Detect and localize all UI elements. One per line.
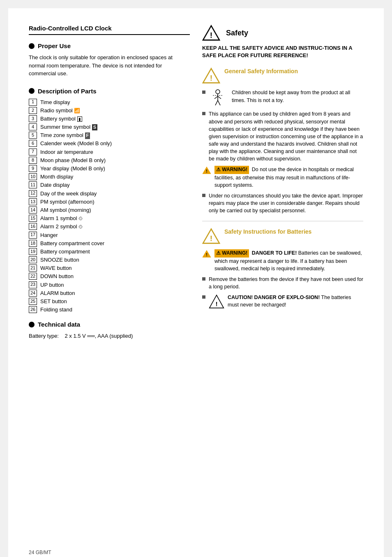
part-number: 14	[29, 207, 37, 214]
bullet-icon-2	[29, 88, 35, 94]
list-item: 15Alarm 1 symbol ⏲	[29, 215, 190, 222]
general-safety-item-text: Under no circumstances should you take t…	[209, 192, 363, 214]
part-label: AM symbol (morning)	[40, 207, 91, 214]
general-safety-title: General Safety Information	[224, 67, 298, 75]
part-number: 7	[29, 149, 37, 155]
list-item: This appliance can be used by children a…	[202, 110, 363, 162]
list-item: 9Year display (Model B only)	[29, 165, 190, 172]
list-item: 16Alarm 2 symbol ⏲	[29, 223, 190, 230]
svg-text:!: !	[210, 31, 212, 39]
part-number: 3	[29, 115, 37, 122]
part-number: 5	[29, 132, 37, 139]
bullet-square	[202, 277, 205, 281]
list-item: 20SNOOZE button	[29, 256, 190, 264]
battery-warning-text: ⚠ WARNING! DANGER TO LIFE! Batteries can…	[214, 249, 363, 272]
section-divider	[202, 221, 363, 221]
general-safety-warning-text: ⚠ WARNING! Do not use the device in hosp…	[214, 166, 363, 189]
part-number: 10	[29, 173, 37, 180]
part-label: SET button	[40, 298, 67, 305]
battery-safety-title: Safety Instructions for Batteries	[224, 228, 311, 235]
part-label: Calender week (Model B only)	[40, 140, 112, 147]
svg-line-9	[218, 100, 220, 105]
part-number: 17	[29, 232, 37, 239]
child-icon	[209, 89, 227, 107]
part-label: PM symbol (afternoon)	[40, 198, 95, 206]
caution-triangle-icon: !	[209, 294, 224, 309]
part-number: 19	[29, 248, 37, 255]
list-item: Children should be kept away from the pr…	[202, 89, 363, 107]
part-label: Radio symbol 📶	[40, 107, 80, 114]
svg-point-4	[216, 90, 220, 94]
list-item: 8Moon phase (Model B only)	[29, 157, 190, 164]
list-item: Remove the batteries from the device if …	[202, 276, 363, 290]
list-item: 25SET button	[29, 298, 190, 305]
battery-safety-list: ! ⚠ WARNING! DANGER TO LIFE! Batteries c…	[202, 249, 363, 309]
list-item: 6Calender week (Model B only)	[29, 140, 190, 147]
list-item: ! CAUTION! DANGER OF EXPLO-SION! The bat…	[202, 294, 363, 309]
list-item: 24ALARM button	[29, 290, 190, 297]
svg-text:!: !	[215, 300, 217, 307]
battery-safety-triangle-icon: !	[202, 228, 220, 244]
part-number: 8	[29, 157, 37, 164]
tech-data: Battery type: 2 x 1.5 V ══, AAA (supplie…	[29, 332, 190, 341]
safety-header: ! Safety	[202, 25, 363, 41]
right-column: ! Safety KEEP ALL THE SAFETY ADVICE AND …	[202, 25, 363, 549]
part-number: 23	[29, 281, 37, 288]
part-label: Time display	[40, 99, 70, 106]
list-item: 7Indoor air temperature	[29, 149, 190, 156]
keep-safe-text: KEEP ALL THE SAFETY ADVICE AND INSTRUC-T…	[202, 44, 363, 59]
bullet-icon-3	[29, 322, 35, 327]
list-item: 12Day of the week display	[29, 190, 190, 197]
part-label: WAVE button	[40, 265, 72, 272]
list-item: 4Summer time symbol S	[29, 123, 190, 131]
caution-text: CAUTION! DANGER OF EXPLO-SION! The batte…	[228, 294, 363, 309]
list-item: Under no circumstances should you take t…	[202, 192, 363, 214]
svg-line-7	[218, 96, 221, 99]
list-item: 26Folding stand	[29, 306, 190, 313]
part-number: 15	[29, 215, 37, 222]
part-number: 22	[29, 273, 37, 280]
part-number: 21	[29, 265, 37, 272]
list-item: 22DOWN button	[29, 273, 190, 280]
part-label: Alarm 1 symbol ⏲	[40, 215, 83, 222]
list-item: ! ⚠ WARNING! Do not use the device in ho…	[202, 166, 363, 189]
list-item: 18Battery compartment cover	[29, 240, 190, 247]
part-number: 20	[29, 256, 37, 263]
part-label: Indoor air temperature	[40, 149, 93, 156]
part-label: Summer time symbol S	[40, 123, 97, 131]
part-label: SNOOZE button	[40, 256, 79, 264]
svg-text:!: !	[206, 252, 208, 257]
page-title: Radio-Controlled LCD Clock	[29, 25, 190, 35]
list-item: 14AM symbol (morning)	[29, 207, 190, 214]
part-label: Date display	[40, 181, 70, 189]
list-item: 21WAVE button	[29, 265, 190, 272]
left-column: Radio-Controlled LCD Clock Proper Use Th…	[29, 25, 190, 549]
general-safety-item-text: Children should be kept away from the pr…	[232, 89, 363, 104]
general-safety-triangle-icon: !	[202, 67, 220, 84]
battery-item-text: Remove the batteries from the device if …	[209, 276, 363, 290]
svg-text:!: !	[206, 169, 208, 174]
bullet-square	[202, 112, 205, 115]
technical-section-title: Technical data	[29, 321, 190, 328]
list-item: 3Battery symbol ▮	[29, 115, 190, 123]
svg-text:!: !	[210, 234, 212, 243]
part-number: 1	[29, 99, 37, 106]
part-label: Hanger	[40, 232, 58, 239]
general-safety-subsection: ! General Safety Information	[202, 67, 363, 84]
part-number: 11	[29, 181, 37, 188]
warning-badge: ⚠ WARNING!	[214, 166, 249, 174]
warning-triangle-sm-icon: !	[202, 250, 211, 258]
list-item: ! ⚠ WARNING! DANGER TO LIFE! Batteries c…	[202, 249, 363, 272]
general-safety-item-text: This appliance can be used by children a…	[209, 110, 363, 162]
part-label: Folding stand	[40, 306, 72, 313]
bullet-icon	[29, 43, 35, 49]
part-label: Year display (Model B only)	[40, 165, 105, 172]
proper-use-section-title: Proper Use	[29, 42, 190, 49]
page-container: Radio-Controlled LCD Clock Proper Use Th…	[8, 8, 384, 557]
safety-warning-triangle-icon: !	[202, 25, 220, 41]
list-item: 11Date display	[29, 181, 190, 189]
part-number: 16	[29, 223, 37, 230]
battery-safety-subsection: ! Safety Instructions for Batteries	[202, 228, 363, 244]
list-item: 2Radio symbol 📶	[29, 107, 190, 114]
list-item: 17Hanger	[29, 232, 190, 239]
